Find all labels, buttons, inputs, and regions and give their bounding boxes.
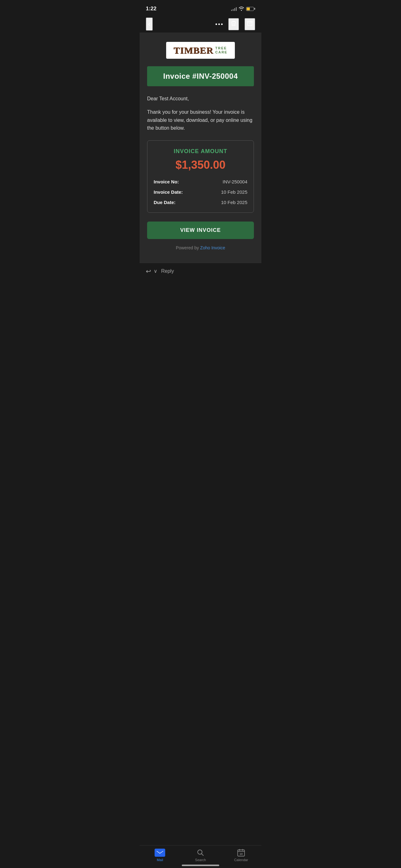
- invoice-details: Invoice No: INV-250004 Invoice Date: 10 …: [154, 179, 247, 205]
- status-bar: 1:22: [140, 0, 261, 16]
- powered-by-prefix: Powered by: [176, 245, 200, 250]
- due-date-value: 10 Feb 2025: [221, 200, 247, 205]
- invoice-date-value: 10 Feb 2025: [221, 189, 247, 195]
- invoice-no-row: Invoice No: INV-250004: [154, 179, 247, 184]
- due-date-label: Due Date:: [154, 200, 175, 205]
- company-logo-box: TIMBER TREE CARE: [166, 42, 235, 59]
- email-content: TIMBER TREE CARE Invoice #INV-250004 Dea…: [140, 32, 261, 263]
- invoice-date-row: Invoice Date: 10 Feb 2025: [154, 189, 247, 195]
- powered-by: Powered by Zoho Invoice: [147, 245, 254, 250]
- archive-button[interactable]: [244, 18, 255, 30]
- battery-icon: [246, 7, 255, 11]
- svg-rect-0: [247, 21, 252, 22]
- due-date-row: Due Date: 10 Feb 2025: [154, 200, 247, 205]
- reply-chevron-icon[interactable]: ∨: [154, 268, 157, 274]
- email-greeting: Dear Test Account,: [147, 95, 254, 102]
- invoice-card: INVOICE AMOUNT $1,350.00 Invoice No: INV…: [147, 140, 254, 213]
- invoice-date-label: Invoice Date:: [154, 189, 183, 195]
- invoice-amount: $1,350.00: [154, 158, 247, 172]
- reply-label[interactable]: Reply: [161, 269, 174, 274]
- email-body: Thank you for your business! Your invoic…: [147, 108, 254, 132]
- invoice-number-title: Invoice #INV-250004: [163, 72, 238, 80]
- invoice-no-value: INV-250004: [223, 179, 247, 184]
- logo-timber-text: TIMBER: [174, 45, 213, 56]
- nav-bar: ‹: [140, 16, 261, 32]
- signal-icon: [231, 6, 237, 11]
- back-button[interactable]: ‹: [146, 18, 153, 31]
- more-options-button[interactable]: [215, 24, 223, 25]
- wifi-icon: [239, 6, 244, 11]
- invoice-no-label: Invoice No:: [154, 179, 179, 184]
- invoice-banner: Invoice #INV-250004: [147, 66, 254, 86]
- invoice-card-title: INVOICE AMOUNT: [154, 148, 247, 155]
- status-time: 1:22: [146, 6, 157, 12]
- reply-bar: ↩ ∨ Reply: [140, 263, 261, 279]
- zoho-invoice-link[interactable]: Zoho Invoice: [200, 245, 225, 250]
- status-icons: [231, 6, 255, 11]
- nav-actions: [215, 18, 255, 30]
- company-logo-area: TIMBER TREE CARE: [147, 42, 254, 59]
- view-invoice-button[interactable]: VIEW INVOICE: [147, 221, 254, 239]
- reply-icon[interactable]: ↩: [146, 268, 151, 275]
- logo-tree-care-text: TREE CARE: [215, 46, 227, 54]
- delete-button[interactable]: [228, 18, 239, 30]
